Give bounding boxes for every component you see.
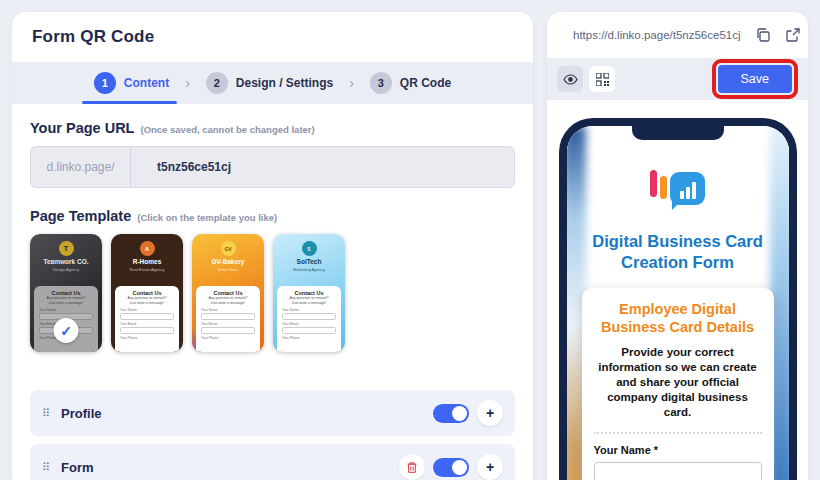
section-label: Profile	[61, 406, 101, 421]
page-url-heading: Your Page URL	[30, 120, 134, 136]
template-logo: GV	[221, 241, 236, 256]
template-name: R-Homes	[133, 258, 162, 265]
live-url-bar: https://d.linko.page/t5nz56ce51cj	[547, 12, 808, 58]
template-name: Teamwork CO.	[43, 258, 88, 265]
preview-form-card: Employee Digital Business Card Details P…	[582, 288, 774, 480]
mini-field-label: Your Name	[120, 308, 174, 312]
preview-form-title: Digital Business Card Creation Form	[567, 231, 789, 272]
page-url-input[interactable]: d.linko.page/ t5nz56ce51cj	[30, 146, 515, 188]
template-soltech[interactable]: S SolTech Marketing Agency Contact Us An…	[273, 234, 345, 352]
template-gv-bakery[interactable]: GV GV-Bakery Bake Store Contact Us Any q…	[192, 234, 264, 352]
template-logo: A	[140, 241, 155, 256]
form-add-button[interactable]: +	[477, 454, 503, 480]
template-teamwork-co[interactable]: T Teamwork CO. Design Agency Contact Us …	[30, 234, 102, 352]
qr-code-icon	[596, 73, 609, 86]
mini-field-label: Your Phone	[120, 336, 174, 340]
open-external-icon[interactable]	[785, 27, 801, 43]
panel-header: Form QR Code	[12, 12, 533, 62]
tagline: Just write a message!	[49, 301, 84, 306]
step-number-badge: 2	[206, 72, 228, 94]
phone-preview-area: Digital Business Card Creation Form Empl…	[547, 100, 808, 480]
preview-qr-button[interactable]	[589, 66, 615, 92]
template-name: GV-Bakery	[212, 258, 245, 265]
template-form-preview: Contact Us Any question or remark? Just …	[196, 286, 260, 352]
page-url-note: (Once saved, cannot be changed later)	[140, 124, 314, 135]
preview-form-description: Provide your correct information so we c…	[594, 345, 762, 420]
drag-handle-icon[interactable]: ⠿	[42, 407, 49, 420]
form-toggle[interactable]	[433, 458, 469, 477]
live-url-text: https://d.linko.page/t5nz56ce51cj	[573, 29, 741, 41]
section-label: Form	[61, 460, 94, 475]
copy-icon[interactable]	[755, 27, 771, 43]
template-logo: T	[59, 241, 74, 256]
form-delete-button[interactable]	[399, 454, 425, 480]
selected-check-icon: ✓	[54, 318, 79, 343]
step-number-badge: 1	[94, 72, 116, 94]
profile-toggle[interactable]	[433, 404, 469, 423]
mini-field-label: Your Name	[201, 308, 255, 312]
template-form-preview: Contact Us Any question or remark? Just …	[115, 286, 179, 352]
mini-input	[120, 313, 174, 320]
step-qr-code[interactable]: 3 QR Code	[370, 72, 451, 94]
profile-add-button[interactable]: +	[477, 400, 503, 426]
template-r-homes[interactable]: A R-Homes Real Estate Agency Contact Us …	[111, 234, 183, 352]
preview-field-label-name: Your Name *	[594, 444, 762, 456]
mini-field-label: Your Email	[120, 322, 174, 326]
save-button[interactable]: Save	[718, 65, 793, 93]
drag-handle-icon[interactable]: ⠿	[42, 461, 49, 474]
page-template-heading: Page Template	[30, 208, 131, 224]
template-subtitle: Design Agency	[53, 267, 80, 272]
preview-toolbar: Save	[547, 58, 808, 100]
mini-input	[282, 327, 336, 334]
mini-input	[201, 327, 255, 334]
template-subtitle: Bake Store	[218, 267, 238, 272]
preview-eye-button[interactable]	[557, 66, 583, 92]
phone-notch	[632, 126, 724, 140]
trash-icon	[406, 461, 418, 474]
template-form-preview: Contact Us Any question or remark? Just …	[277, 286, 341, 352]
section-row-form[interactable]: ⠿ Form +	[30, 444, 515, 480]
phone-screen: Digital Business Card Creation Form Empl…	[567, 126, 789, 480]
preview-panel: https://d.linko.page/t5nz56ce51cj Save	[547, 12, 808, 480]
step-label: Content	[124, 76, 169, 90]
mini-field-label: Your Email	[282, 322, 336, 326]
mini-input	[201, 313, 255, 320]
page-title: Form QR Code	[32, 27, 154, 47]
preview-form-heading: Employee Digital Business Card Details	[594, 300, 762, 336]
template-gallery: T Teamwork CO. Design Agency Contact Us …	[30, 234, 515, 352]
preview-name-input[interactable]	[594, 462, 762, 480]
step-content-body: Your Page URL (Once saved, cannot be cha…	[12, 104, 533, 480]
mini-input	[282, 313, 336, 320]
mini-field-label: Your Name	[282, 308, 336, 312]
step-content[interactable]: 1 Content	[94, 72, 169, 94]
template-subtitle: Real Estate Agency	[130, 267, 165, 272]
chart-bubble-icon	[670, 172, 705, 205]
tagline: Just write a message!	[211, 301, 246, 306]
step-design-settings[interactable]: 2 Design / Settings	[206, 72, 333, 94]
stepper: 1 Content › 2 Design / Settings › 3 QR C…	[12, 62, 533, 104]
divider	[594, 432, 762, 434]
tagline: Just write a message!	[130, 301, 165, 306]
step-label: Design / Settings	[236, 76, 333, 90]
mini-field-label: Your Name	[39, 308, 93, 312]
url-prefix: d.linko.page/	[31, 147, 131, 187]
tagline: Just write a message!	[292, 301, 327, 306]
mini-field-label: Your Phone	[201, 336, 255, 340]
mini-input	[120, 327, 174, 334]
template-logo: S	[302, 241, 317, 256]
eye-icon	[563, 74, 578, 85]
chevron-right-icon: ›	[185, 75, 190, 91]
page-template-note: (Click on the template you like)	[137, 212, 277, 223]
section-row-profile[interactable]: ⠿ Profile +	[30, 390, 515, 436]
brand-logo	[567, 170, 789, 207]
phone-frame: Digital Business Card Creation Form Empl…	[559, 118, 797, 480]
mini-field-label: Your Phone	[282, 336, 336, 340]
template-name: SolTech	[297, 258, 322, 265]
url-slug-value[interactable]: t5nz56ce51cj	[131, 147, 514, 187]
step-number-badge: 3	[370, 72, 392, 94]
chevron-right-icon: ›	[349, 75, 354, 91]
mini-field-label: Your Email	[201, 322, 255, 326]
save-annotation-highlight: Save	[712, 59, 799, 99]
form-builder-panel: Form QR Code 1 Content › 2 Design / Sett…	[12, 12, 533, 480]
template-subtitle: Marketing Agency	[293, 267, 325, 272]
